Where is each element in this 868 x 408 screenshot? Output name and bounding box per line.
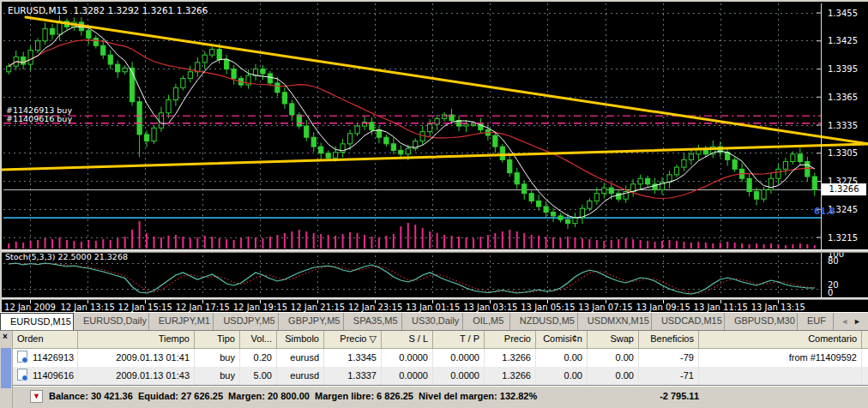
column-header-orden[interactable]: Orden <box>13 331 78 348</box>
svg-text:13 Jan 11:15: 13 Jan 11:15 <box>694 303 748 312</box>
order-cell: eurusd <box>277 367 324 385</box>
svg-text:1.3455: 1.3455 <box>828 9 858 18</box>
chart-tab-eurusd-m15[interactable]: EURUSD,M15 <box>0 313 74 330</box>
orders-table-header: OrdenTiempoTipoVol...SimboloPrecio ▽S / … <box>13 331 868 349</box>
column-header-t-p[interactable]: T / P <box>433 331 485 348</box>
column-header-simbolo[interactable]: Simbolo <box>277 331 324 348</box>
chart-tab-eurjpy-m1[interactable]: EURJPY,M1 <box>149 313 214 330</box>
chart-tab-usdjpy-m5[interactable]: USDJPY,M5 <box>214 313 279 330</box>
current-price-badge: 1.3266 <box>822 183 866 195</box>
column-header-beneficios[interactable]: Beneficios <box>639 331 699 348</box>
svg-text:1.3215: 1.3215 <box>828 233 858 243</box>
account-summary-bar: ▼ Balance: 30 421.36 Equidad: 27 626.25 … <box>13 385 868 408</box>
order-cell: 1.3266 <box>485 367 536 385</box>
svg-text:1.3425: 1.3425 <box>828 36 858 45</box>
order-cell: 5.00 <box>240 367 277 385</box>
svg-text:13 Jan 13:15: 13 Jan 13:15 <box>751 303 805 312</box>
svg-text:1.3305: 1.3305 <box>828 148 858 158</box>
order-cell: -71 <box>639 367 699 385</box>
column-header-comisi-n[interactable]: Comisi¢n <box>536 331 588 348</box>
column-header-s-l[interactable]: S / L <box>382 331 433 348</box>
column-header-swap[interactable]: Swap <box>588 331 639 348</box>
svg-text:13 Jan 01:15: 13 Jan 01:15 <box>406 303 460 312</box>
order-row-11426913[interactable]: 114269132009.01.13 01:41buy0.20eurusd1.3… <box>13 349 868 367</box>
order-cell: 0.20 <box>240 349 277 367</box>
order-cell: 11409616 <box>13 367 78 385</box>
svg-text:1.3395: 1.3395 <box>828 64 858 74</box>
chart-window[interactable]: 12 Jan 200912 Jan 13:1512 Jan 15:1512 Ja… <box>0 0 868 312</box>
chart-tab-us30-daily[interactable]: US30,Daily <box>402 313 463 330</box>
order-cell: 0.00 <box>536 367 588 385</box>
svg-text:12 Jan 15:15: 12 Jan 15:15 <box>118 303 172 312</box>
order-cell: -79 <box>639 349 699 367</box>
order-cell: 0.0000 <box>433 367 485 385</box>
order-cell: buy <box>195 349 240 367</box>
column-header-comentario[interactable]: Comentario <box>699 331 862 348</box>
column-header-vol-[interactable]: Vol... <box>240 331 277 348</box>
order-doc-icon <box>17 369 27 381</box>
svg-text:12 Jan 17:15: 12 Jan 17:15 <box>176 303 230 312</box>
chart-tab-euf[interactable]: EUF <box>798 313 834 330</box>
order-cell: 1.3337 <box>324 367 382 385</box>
fibonacci-level-label: 61.8 <box>814 207 835 216</box>
chart-tab-eurusd-daily[interactable]: EURUSD,Daily <box>74 313 149 330</box>
order-cell: 0.0000 <box>382 349 433 367</box>
close-terminal-button[interactable]: × <box>3 332 8 341</box>
stochastic-indicator-label: Stoch(5,3,3) 22.5000 21.3268 <box>5 252 128 261</box>
order-cell: 0.00 <box>588 349 639 367</box>
time-axis-divider <box>2 297 868 300</box>
order-cell: 0.00 <box>588 367 639 385</box>
order-cell: 1.3266 <box>485 349 536 367</box>
svg-text:12 Jan 2009: 12 Jan 2009 <box>4 303 56 312</box>
svg-text:0: 0 <box>828 288 833 297</box>
order-cell: 0.0000 <box>382 367 433 385</box>
account-summary-text: Balance: 30 421.36 Equidad: 27 626.25 Ma… <box>49 391 537 401</box>
chart-tab-spa35-m5[interactable]: SPA35,M5 <box>344 313 402 330</box>
order-doc-icon <box>17 351 27 363</box>
order-cell <box>699 367 862 385</box>
order-cell: 0.0000 <box>433 349 485 367</box>
order-cell: eurusd <box>277 349 324 367</box>
order-cell: buy <box>195 367 240 385</box>
svg-text:80: 80 <box>828 256 839 266</box>
chart-tab-usdmxn-m15[interactable]: USDMXN,M15 <box>578 313 652 330</box>
order-cell: from #11409592 <box>699 349 862 367</box>
chart-title: EURUSD,M15 1.3282 1.3292 1.3261 1.3266 <box>8 5 208 15</box>
svg-text:12 Jan 23:15: 12 Jan 23:15 <box>348 303 402 312</box>
terminal-panel: × OrdenTiempoTipoVol...SimboloPrecio ▽S … <box>0 330 868 408</box>
chart-tab-gbpusd-m30[interactable]: GBPUSD,M30 <box>725 313 798 330</box>
tab-scroll-right-icon[interactable]: ► <box>853 317 861 326</box>
floating-pl-value: -2 795.11 <box>639 391 699 401</box>
svg-text:13 Jan 05:15: 13 Jan 05:15 <box>521 303 575 312</box>
svg-text:12 Jan 19:15: 12 Jan 19:15 <box>233 303 287 312</box>
order-cell: 2009.01.13 01:43 <box>78 367 195 385</box>
column-header-precio[interactable]: Precio <box>485 331 536 348</box>
order-annotation-2: #11409616 buy <box>6 114 72 123</box>
svg-text:1.3365: 1.3365 <box>828 93 858 102</box>
chart-window-splitter[interactable] <box>2 249 868 253</box>
chart-tab-gbpjpy-m5[interactable]: GBPJPY,M5 <box>279 313 344 330</box>
svg-text:13 Jan 09:15: 13 Jan 09:15 <box>636 303 690 312</box>
terminal-gutter-selection <box>1 348 11 388</box>
order-cell: 11426913 <box>13 349 78 367</box>
order-cell: 0.00 <box>536 349 588 367</box>
order-cell: 2009.01.13 01:41 <box>78 349 195 367</box>
order-cell: 1.3345 <box>324 349 382 367</box>
svg-text:13 Jan 07:15: 13 Jan 07:15 <box>578 303 632 312</box>
column-header-precio[interactable]: Precio ▽ <box>324 331 382 348</box>
column-header-tipo[interactable]: Tipo <box>195 331 240 348</box>
balance-arrow-icon: ▼ <box>30 390 43 403</box>
chart-tab-nzdusd-m5[interactable]: NZDUSD,M5 <box>510 313 578 330</box>
svg-text:13 Jan 03:15: 13 Jan 03:15 <box>463 303 517 312</box>
column-header-tiempo[interactable]: Tiempo <box>78 331 195 348</box>
orders-table-body: 114269132009.01.13 01:41buy0.20eurusd1.3… <box>13 349 868 385</box>
svg-text:1.3335: 1.3335 <box>828 121 858 130</box>
terminal-gutter: × <box>0 331 13 408</box>
svg-text:12 Jan 13:15: 12 Jan 13:15 <box>60 303 114 312</box>
tab-scroll-left-icon[interactable]: ◄ <box>841 317 848 326</box>
order-row-11409616[interactable]: 114096162009.01.13 01:43buy5.00eurusd1.3… <box>13 367 868 385</box>
svg-text:12 Jan 21:15: 12 Jan 21:15 <box>291 303 345 312</box>
chart-tab-usdcad-m15[interactable]: USDCAD,M15 <box>652 313 725 330</box>
chart-canvas[interactable]: 12 Jan 200912 Jan 13:1512 Jan 15:1512 Ja… <box>2 2 868 314</box>
chart-tab-oil-m5[interactable]: OIL,M5 <box>463 313 510 330</box>
